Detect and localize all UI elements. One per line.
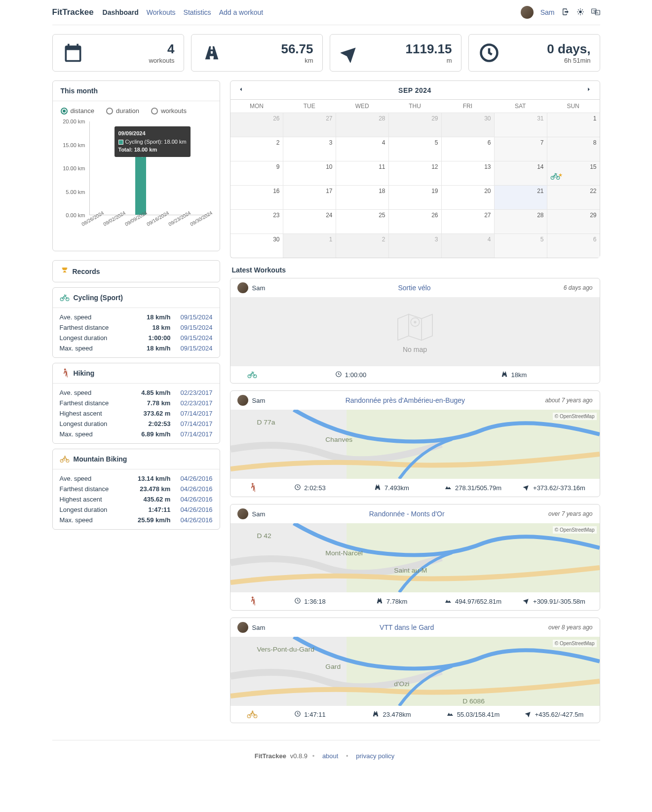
calendar-day[interactable]: 31	[494, 113, 547, 137]
svg-point-21	[64, 456, 66, 457]
calendar-day[interactable]: 6	[441, 137, 494, 161]
calendar-day[interactable]: 4	[336, 137, 388, 161]
record-date-link[interactable]: 09/15/2024	[180, 324, 212, 331]
svg-line-18	[66, 371, 67, 378]
footer-about-link[interactable]: about	[322, 752, 339, 760]
calendar-day[interactable]: 5	[494, 234, 547, 258]
workout-title-link[interactable]: Randonnée près d'Ambérieu-en-Bugey	[265, 396, 545, 404]
calendar-day[interactable]: 4	[441, 234, 494, 258]
workout-title-link[interactable]: VTT dans le Gard	[265, 623, 548, 631]
nav-link-add-a-workout[interactable]: Add a workout	[219, 8, 264, 16]
calendar-day[interactable]: 15 ★	[547, 161, 600, 185]
calendar-day[interactable]: 23	[230, 210, 283, 233]
workout-user-name[interactable]: Sam	[252, 624, 266, 631]
record-date-link[interactable]: 07/14/2017	[180, 410, 212, 417]
footer-privacy-link[interactable]: privacy policy	[356, 752, 394, 760]
record-date-link[interactable]: 09/15/2024	[180, 334, 212, 342]
calendar-day[interactable]: 22	[547, 186, 600, 209]
calendar-day[interactable]: 17	[283, 186, 336, 209]
clock-icon	[294, 597, 301, 606]
workout-title-link[interactable]: Sortie vélo	[265, 284, 564, 292]
user-menu[interactable]: Sam	[540, 8, 555, 16]
record-label: Longest duration	[60, 334, 124, 342]
record-date-link[interactable]: 04/26/2016	[180, 506, 212, 513]
filter-distance[interactable]: distance	[61, 107, 94, 115]
calendar-day[interactable]: 21	[494, 186, 547, 209]
workout-user-name[interactable]: Sam	[252, 284, 266, 292]
calendar-day[interactable]: 2	[336, 234, 388, 258]
workout-map[interactable]: Vers-Pont-du-GardGardd'OziD 6086Collias …	[230, 637, 600, 706]
osm-credit[interactable]: © OpenStreetMap	[553, 526, 597, 534]
calendar-day[interactable]: 12	[388, 161, 441, 185]
workout-user-avatar[interactable]	[237, 282, 248, 293]
record-date-link[interactable]: 09/15/2024	[180, 313, 212, 321]
svg-text:Gard: Gard	[325, 663, 341, 670]
calendar-day[interactable]: 9	[230, 161, 283, 185]
calendar-day[interactable]: 6	[547, 234, 600, 258]
calendar-day[interactable]: 11	[336, 161, 388, 185]
record-date-link[interactable]: 04/26/2016	[180, 496, 212, 503]
calendar-day[interactable]: 27	[283, 113, 336, 137]
user-avatar[interactable]	[521, 6, 534, 19]
logout-icon[interactable]	[562, 8, 570, 17]
calendar-day[interactable]: 7	[494, 137, 547, 161]
record-sport-name: Cycling (Sport)	[74, 294, 123, 302]
calendar-day[interactable]: 18	[336, 186, 388, 209]
calendar-day[interactable]: 29	[388, 113, 441, 137]
svg-line-5	[578, 9, 578, 10]
record-date-link[interactable]: 02/23/2017	[180, 399, 212, 407]
theme-toggle-icon[interactable]	[576, 8, 584, 17]
calendar-day[interactable]: 5	[388, 137, 441, 161]
calendar-day[interactable]: 26	[388, 210, 441, 233]
record-date-link[interactable]: 04/26/2016	[180, 475, 212, 482]
calendar-day[interactable]: 13	[441, 161, 494, 185]
calendar-day[interactable]: 20	[441, 186, 494, 209]
workout-user-avatar[interactable]	[237, 508, 248, 519]
record-date-link[interactable]: 07/14/2017	[180, 420, 212, 427]
record-date-link[interactable]: 04/26/2016	[180, 516, 212, 524]
calendar-day[interactable]: 28	[336, 113, 388, 137]
workout-map[interactable]: D 42Mont-NarcelSaint au-M © OpenStreetMa…	[230, 523, 600, 592]
calendar-day[interactable]: 2	[230, 137, 283, 161]
record-date-link[interactable]: 04/26/2016	[180, 485, 212, 493]
workout-user-name[interactable]: Sam	[252, 397, 266, 404]
calendar-day[interactable]: 29	[547, 210, 600, 233]
calendar-workout-marker[interactable]: ★	[550, 172, 565, 182]
calendar-dow-label: WED	[336, 100, 388, 113]
workout-title-link[interactable]: Randonnée - Monts d'Or	[265, 510, 548, 518]
calendar-next-icon[interactable]	[585, 86, 592, 94]
calendar-day[interactable]: 27	[441, 210, 494, 233]
calendar-day[interactable]: 25	[336, 210, 388, 233]
nav-link-statistics[interactable]: Statistics	[184, 8, 211, 16]
osm-credit[interactable]: © OpenStreetMap	[553, 413, 597, 420]
nav-link-dashboard[interactable]: Dashboard	[103, 8, 139, 16]
workout-map[interactable]: D 77aChanves © OpenStreetMap	[230, 410, 600, 479]
brand-logo[interactable]: FitTrackee	[52, 7, 94, 17]
calendar-day[interactable]: 1	[547, 113, 600, 137]
calendar-prev-icon[interactable]	[237, 86, 244, 94]
calendar-day[interactable]: 28	[494, 210, 547, 233]
calendar-day[interactable]: 30	[230, 234, 283, 258]
workout-user-name[interactable]: Sam	[252, 510, 266, 518]
calendar-day[interactable]: 3	[388, 234, 441, 258]
nav-link-workouts[interactable]: Workouts	[147, 8, 176, 16]
filter-workouts[interactable]: workouts	[151, 107, 187, 115]
calendar-day[interactable]: 3	[283, 137, 336, 161]
calendar-day[interactable]: 26	[230, 113, 283, 137]
calendar-day[interactable]: 1	[283, 234, 336, 258]
calendar-day[interactable]: 14	[494, 161, 547, 185]
calendar-day[interactable]: 30	[441, 113, 494, 137]
workout-user-avatar[interactable]	[237, 395, 248, 406]
calendar-day[interactable]: 10	[283, 161, 336, 185]
workout-user-avatar[interactable]	[237, 622, 248, 633]
record-date-link[interactable]: 07/14/2017	[180, 430, 212, 438]
calendar-day[interactable]: 8	[547, 137, 600, 161]
calendar-day[interactable]: 19	[388, 186, 441, 209]
osm-credit[interactable]: © OpenStreetMap	[553, 640, 597, 647]
calendar-day[interactable]: 24	[283, 210, 336, 233]
record-date-link[interactable]: 09/15/2024	[180, 345, 212, 352]
calendar-day[interactable]: 16	[230, 186, 283, 209]
filter-duration[interactable]: duration	[106, 107, 139, 115]
record-date-link[interactable]: 02/23/2017	[180, 389, 212, 396]
language-icon[interactable]: 文A	[591, 8, 600, 17]
